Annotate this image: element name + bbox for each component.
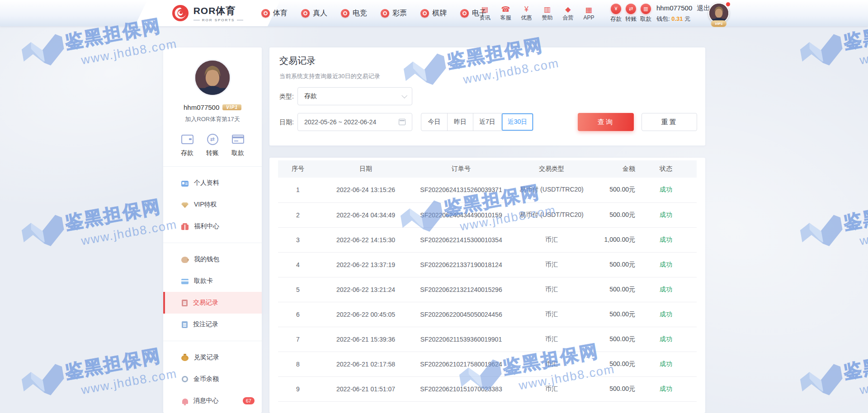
watermark: 鉴黑担保网www.jhdb8.com (16, 340, 179, 408)
nav-item-label: 棋牌 (432, 9, 447, 18)
nav-item-电竞[interactable]: 电竞 (341, 9, 367, 18)
sidebar-item-label: 金币余额 (193, 375, 219, 383)
sidebar-action-label: 取款 (231, 149, 244, 157)
sidebar-menu-group: 兑奖记录金币余额消息中心67 (163, 341, 262, 413)
ror-logo-icon (172, 5, 189, 22)
watermark-shield-icon (794, 210, 848, 258)
news-icon: ▤ (481, 5, 488, 14)
column-header: 金额 (594, 160, 635, 178)
date-label: 日期: (279, 118, 294, 127)
range-button-昨日[interactable]: 昨日 (447, 113, 473, 131)
table-cell: 币汇 (509, 277, 594, 302)
watermark: 鉴黑担保网www.jhdb8.com (794, 191, 868, 258)
table-cell: 2022-06-21 15:39:36 (318, 327, 414, 352)
sidebar-item-交易记录[interactable]: 交易记录 (163, 292, 262, 314)
esports-icon (341, 9, 349, 18)
quick-link-赞助[interactable]: ▥赞助 (540, 5, 555, 22)
table-cell: 易币付 (USDT/TRC20) (509, 202, 594, 227)
sidebar-item-我的钱包[interactable]: 我的钱包 (163, 249, 262, 270)
page-title: 交易记录 (279, 55, 316, 67)
navbar-action-取款[interactable]: ▥取款 (640, 4, 651, 23)
logo-title: ROR体育 (193, 5, 244, 17)
date-range-input[interactable]: 2022-05-26 ~ 2022-06-24 (297, 113, 412, 131)
table-header-row: 序号日期订单号交易类型金额状态 (278, 160, 697, 178)
sidebar-item-兑奖记录[interactable]: 兑奖记录 (163, 347, 262, 368)
sidebar-item-消息中心[interactable]: 消息中心67 (163, 390, 262, 412)
coin-balance-icon (182, 376, 188, 382)
bet-records-icon (182, 321, 188, 328)
page: ROR体育 ROR SPORTS 体育真人电竞彩票棋牌电子 ▤资讯☎客服¥优惠▥… (0, 0, 868, 413)
navbar-action-label: 存款 (610, 15, 622, 23)
table-cell: 成功 (635, 227, 697, 252)
quick-link-资讯[interactable]: ▤资讯 (477, 5, 492, 22)
watermark-title: 鉴黑担保网 (841, 192, 868, 235)
navbar-action-存款[interactable]: ¥存款 (610, 4, 622, 23)
profile-icon (181, 181, 189, 187)
type-select[interactable]: 存款 (297, 87, 412, 105)
sidebar-item-金币余额[interactable]: 金币余额 (163, 368, 262, 390)
sidebar-item-福利中心[interactable]: 福利中心 (163, 216, 262, 237)
table-cell: 500.00元 (594, 252, 635, 277)
watermark: 鉴黑担保网www.jhdb8.com (16, 191, 179, 258)
sidebar-item-取款卡[interactable]: 取款卡 (163, 270, 262, 292)
table-row: 32022-06-22 14:15:30SF202206221415300010… (278, 227, 697, 252)
navbar-wallet-actions: ¥存款⇄转账▥取款 (610, 0, 651, 26)
table-cell: 500.00元 (594, 352, 635, 376)
table-cell: 成功 (635, 252, 697, 277)
quick-link-客服[interactable]: ☎客服 (498, 5, 513, 22)
sidebar-menu: 个人资料VIP特权福利中心我的钱包取款卡交易记录投注记录兑奖记录金币余额消息中心… (163, 167, 262, 413)
reset-button[interactable]: 重置 (642, 113, 697, 131)
nav-item-彩票[interactable]: 彩票 (381, 9, 407, 18)
search-button[interactable]: 查询 (578, 113, 634, 131)
sidebar-action-取款[interactable]: 取款 (231, 133, 244, 157)
table-cell: 1,000.00元 (594, 227, 635, 252)
sidebar-action-转账[interactable]: ⇄转账 (206, 133, 219, 157)
table-cell: 2022-06-24 13:15:26 (318, 178, 414, 202)
sidebar-item-label: 福利中心 (194, 222, 219, 230)
sidebar-item-投注记录[interactable]: 投注记录 (163, 314, 262, 335)
profile-avatar[interactable] (194, 59, 231, 96)
sidebar-item-label: VIP特权 (194, 201, 217, 209)
nav-item-棋牌[interactable]: 棋牌 (420, 9, 447, 18)
nav-item-label: 彩票 (392, 9, 407, 18)
sports-icon (261, 9, 270, 18)
nav-item-体育[interactable]: 体育 (261, 9, 288, 18)
withdraw-card-icon (181, 279, 189, 284)
table-cell: 成功 (635, 327, 697, 352)
table-row: 92022-06-21 01:51:07SF202206210151070023… (278, 376, 697, 401)
quick-link-优惠[interactable]: ¥优惠 (519, 5, 534, 22)
filter-card: 交易记录 当前系统支持查询最近30日的交易记录 类型: 存款 日期: 2022-… (269, 47, 705, 145)
calendar-icon (399, 119, 406, 125)
nav-item-label: 真人 (313, 9, 327, 18)
status-success: 成功 (660, 385, 672, 392)
sidebar-item-VIP特权[interactable]: VIP特权 (163, 194, 262, 216)
partner-icon: ◆ (565, 5, 571, 14)
status-success: 成功 (660, 360, 672, 367)
table-row: 42022-06-22 13:37:19SF202206221337190018… (278, 252, 697, 277)
navbar-action-label: 转账 (625, 15, 637, 23)
watermark-shield-icon (794, 29, 848, 77)
table-cell: SF202206220045050024456 (414, 302, 509, 327)
watermark-title: 鉴黑担保网 (63, 341, 175, 384)
table-cell: 6 (278, 302, 318, 327)
quick-link-APP[interactable]: ▦APP (581, 5, 596, 21)
message-center-icon (182, 399, 188, 404)
logo[interactable]: ROR体育 ROR SPORTS (135, 0, 280, 26)
navbar-action-转账[interactable]: ⇄转账 (625, 4, 637, 23)
sidebar-item-个人资料[interactable]: 个人资料 (163, 172, 262, 194)
avatar[interactable]: VIP1 (708, 3, 729, 23)
range-button-近7日[interactable]: 近7日 (473, 113, 501, 131)
range-button-今日[interactable]: 今日 (421, 113, 447, 131)
quick-link-合营[interactable]: ◆合营 (561, 5, 576, 22)
watermark-title: 鉴黑担保网 (63, 192, 175, 235)
table-cell: SF202206211539360019901 (414, 327, 509, 352)
nav-item-真人[interactable]: 真人 (301, 9, 327, 18)
range-button-近30日[interactable]: 近30日 (501, 113, 533, 131)
quick-link-label: 赞助 (542, 14, 553, 22)
table-cell: 币汇 (509, 376, 594, 401)
sidebar-item-label: 消息中心 (193, 397, 219, 405)
sidebar-action-label: 转账 (206, 149, 219, 157)
table-cell: 8 (278, 352, 318, 376)
watermark-shield-icon (794, 359, 848, 407)
sidebar-action-存款[interactable]: 存款 (181, 133, 193, 157)
